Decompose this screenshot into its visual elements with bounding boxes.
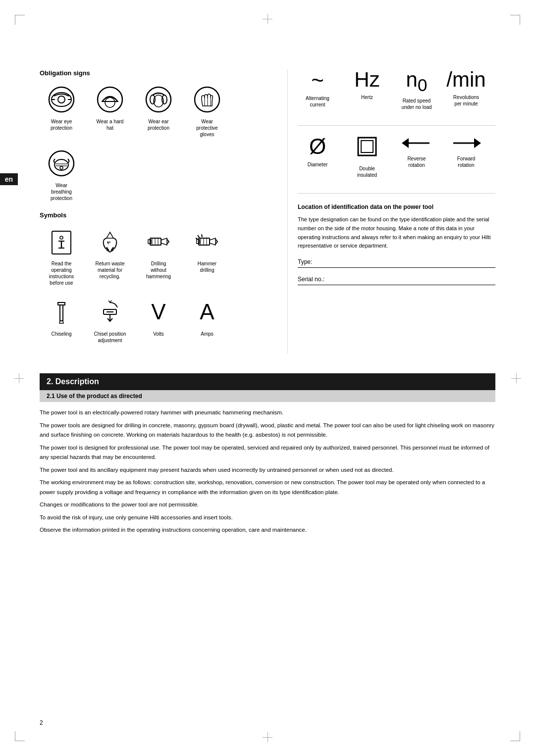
left-panel: Obligation signs	[40, 69, 268, 353]
chiseling-icon	[46, 296, 77, 328]
svg-line-38	[196, 238, 198, 239]
corner-mark-bl	[15, 731, 25, 741]
desc-para-3: The power tool is designed for professio…	[40, 443, 495, 462]
icon-item-wear-breathing: Wearbreathingprotection	[40, 148, 83, 202]
symbol-item-forward: Forwardrotation	[446, 136, 486, 168]
corner-mark-br	[510, 731, 520, 741]
wear-breathing-label: Wearbreathingprotection	[51, 182, 72, 202]
svg-point-5	[98, 87, 122, 112]
svg-line-37	[202, 234, 202, 237]
chisel-position-label: Chisel positionadjustment	[94, 331, 126, 344]
svg-marker-51	[474, 138, 481, 148]
serial-underline	[298, 285, 495, 285]
wear-ear-icon	[143, 84, 174, 115]
hz-glyph: Hz	[354, 69, 379, 90]
right-symbol-row1: ~ Alternatingcurrent Hz Hertz n0 Rated s…	[298, 69, 495, 110]
icon-item-wear-eye: Wear eyeprotection	[40, 84, 83, 131]
cross-right	[511, 373, 521, 383]
svg-point-6	[105, 98, 115, 107]
cross-left	[14, 373, 24, 383]
description-heading: 2. Description	[40, 373, 495, 390]
svg-marker-48	[402, 138, 409, 148]
symbols-section: Symbols	[40, 211, 268, 344]
symbol-item-min: /min Revolutionsper minute	[446, 69, 486, 107]
serial-label: Serial no.:	[298, 276, 495, 283]
icon-item-return-waste: Return wastematerial forrecycling.	[88, 226, 132, 280]
svg-point-12	[195, 87, 219, 112]
svg-point-22	[60, 236, 63, 239]
wear-gloves-label: Wearprotectivegloves	[196, 118, 217, 138]
wear-eye-icon	[46, 84, 77, 115]
type-underline	[298, 267, 495, 268]
ac-glyph: ~	[311, 69, 324, 91]
symbols-row1: Read theoperatinginstructionsbefore use	[40, 226, 268, 286]
drilling-no-hammer-label: Drillingwithouthammering	[146, 260, 171, 280]
cross-top	[263, 14, 272, 24]
symbol-item-double-insulated: Doubleinsulated	[347, 136, 387, 178]
wear-ear-label: Wear earprotection	[148, 118, 169, 131]
svg-point-20	[60, 166, 63, 169]
amps-label: Amps	[201, 331, 214, 337]
icon-item-wear-hard-hat: Wear a hardhat	[88, 84, 132, 131]
icon-item-volts: V Volts	[137, 296, 180, 337]
symbols-heading: Symbols	[40, 211, 268, 219]
hammer-drilling-label: Hammerdrilling	[198, 260, 216, 273]
icon-item-wear-gloves: Wearprotectivegloves	[185, 84, 229, 138]
volts-label: Volts	[153, 331, 164, 337]
icon-item-hammer-drilling: Hammerdrilling	[185, 226, 229, 273]
symbol-item-reverse: Reverserotation	[397, 136, 436, 168]
svg-text:V: V	[151, 300, 166, 324]
subsection-heading: 2.1 Use of the product as directed	[40, 390, 495, 402]
chiseling-label: Chiseling	[51, 331, 71, 337]
double-insulated-label: Doubleinsulated	[357, 165, 377, 178]
icon-item-chiseling: Chiseling	[40, 296, 83, 337]
obligation-icons-row2: Wearbreathingprotection	[40, 148, 268, 202]
obligation-signs-heading: Obligation signs	[40, 69, 268, 77]
svg-point-2	[58, 96, 65, 103]
page-number: 2	[40, 719, 43, 726]
wear-hard-hat-icon	[94, 84, 126, 115]
n0-glyph: n0	[406, 69, 428, 94]
hz-label: Hertz	[361, 94, 373, 101]
read-instructions-icon	[46, 226, 77, 257]
cross-bottom	[263, 732, 272, 742]
symbols-row2: Chiseling	[40, 296, 268, 344]
en-label: en	[0, 173, 18, 185]
svg-rect-26	[150, 238, 161, 245]
corner-mark-tr	[510, 15, 520, 25]
desc-para-7: To avoid the risk of injury, use only ge…	[40, 513, 495, 523]
desc-para-6: Changes or modifications to the power to…	[40, 500, 495, 510]
wear-gloves-icon	[191, 84, 223, 115]
drilling-no-hammer-icon	[143, 226, 174, 257]
chisel-position-icon	[94, 296, 126, 328]
amps-icon: A	[191, 296, 223, 328]
symbol-item-hz: Hz Hertz	[347, 69, 387, 101]
min-label: Revolutionsper minute	[453, 94, 479, 107]
main-content: Obligation signs	[40, 69, 495, 353]
svg-text:A: A	[200, 300, 214, 324]
ac-label: Alternatingcurrent	[306, 95, 329, 108]
desc-para-1: The power tool is an electrically-powere…	[40, 408, 495, 418]
forward-glyph	[451, 136, 481, 151]
diameter-label: Diameter	[308, 161, 328, 168]
symbol-divider2	[298, 193, 495, 194]
reverse-label: Reverserotation	[407, 155, 426, 168]
symbol-divider	[298, 125, 495, 126]
return-waste-label: Return wastematerial forrecycling.	[96, 260, 125, 280]
svg-rect-40	[60, 305, 63, 321]
svg-point-10	[162, 95, 167, 104]
icon-item-amps: A Amps	[185, 296, 229, 337]
location-text: The type designation can be found on the…	[298, 215, 495, 250]
hammer-drilling-icon	[191, 226, 223, 257]
right-panel: ~ Alternatingcurrent Hz Hertz n0 Rated s…	[287, 69, 495, 353]
icon-item-wear-ear: Wear earprotection	[137, 84, 180, 131]
symbol-item-ac: ~ Alternatingcurrent	[298, 69, 337, 108]
svg-point-16	[49, 151, 74, 176]
desc-para-2: The power tools are designed for drillin…	[40, 421, 495, 440]
read-instructions-label: Read theoperatinginstructionsbefore use	[49, 260, 74, 286]
min-glyph: /min	[446, 69, 485, 90]
n0-label: Rated speedunder no load	[401, 98, 431, 110]
wear-eye-label: Wear eyeprotection	[51, 118, 72, 131]
type-label: Type:	[298, 258, 495, 265]
diameter-glyph: Ø	[309, 136, 326, 157]
